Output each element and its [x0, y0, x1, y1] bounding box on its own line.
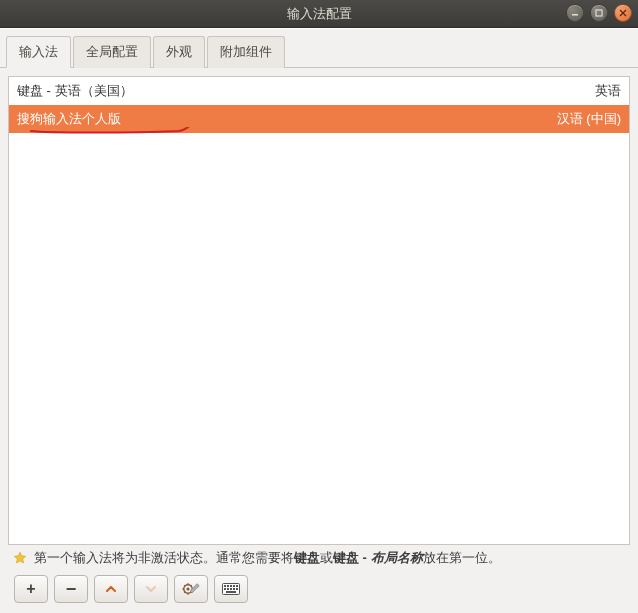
svg-rect-14	[227, 585, 229, 587]
keyboard-icon	[222, 583, 240, 595]
hint-pre: 第一个输入法将为非激活状态。通常您需要将	[34, 550, 294, 565]
hint-bolditalic: 布局名称	[371, 550, 423, 565]
tab-label: 外观	[166, 44, 192, 59]
close-button[interactable]	[614, 4, 632, 22]
add-button[interactable]: +	[14, 575, 48, 603]
svg-rect-19	[227, 588, 229, 590]
titlebar: 输入法配置	[0, 0, 638, 28]
im-name: 键盘 - 英语（美国）	[17, 82, 595, 100]
tab-global-config[interactable]: 全局配置	[73, 36, 151, 68]
svg-rect-15	[230, 585, 232, 587]
hint-mid: 或	[320, 550, 333, 565]
move-up-button[interactable]	[94, 575, 128, 603]
svg-rect-23	[226, 591, 236, 593]
svg-line-10	[184, 592, 185, 593]
keyboard-layout-button[interactable]	[214, 575, 248, 603]
hint-text: 第一个输入法将为非激活状态。通常您需要将键盘或键盘 - 布局名称放在第一位。	[34, 549, 501, 567]
tab-input-method[interactable]: 输入法	[6, 36, 71, 68]
window-controls	[566, 4, 632, 22]
svg-line-11	[191, 585, 192, 586]
plus-icon: +	[26, 580, 35, 598]
hint-bold2: 键盘 -	[333, 550, 371, 565]
configure-button[interactable]	[174, 575, 208, 603]
gear-wrench-icon	[182, 581, 200, 597]
hint-bar: 第一个输入法将为非激活状态。通常您需要将键盘或键盘 - 布局名称放在第一位。	[8, 545, 630, 569]
svg-rect-22	[236, 588, 238, 590]
list-item[interactable]: 搜狗输入法个人版 汉语 (中国)	[9, 105, 629, 133]
window-body: 输入法 全局配置 外观 附加组件 键盘 - 英语（美国） 英语 搜狗输入法个人版…	[0, 28, 638, 613]
input-method-list[interactable]: 键盘 - 英语（美国） 英语 搜狗输入法个人版 汉语 (中国)	[8, 76, 630, 545]
tab-label: 附加组件	[220, 44, 272, 59]
svg-rect-18	[224, 588, 226, 590]
tab-content: 键盘 - 英语（美国） 英语 搜狗输入法个人版 汉语 (中国) 第一个输入法将为…	[0, 68, 638, 613]
tab-label: 全局配置	[86, 44, 138, 59]
svg-rect-21	[233, 588, 235, 590]
minus-icon: −	[66, 579, 77, 600]
tab-addons[interactable]: 附加组件	[207, 36, 285, 68]
star-icon	[12, 550, 28, 566]
tab-bar: 输入法 全局配置 外观 附加组件	[0, 29, 638, 68]
svg-line-8	[184, 585, 185, 586]
window-title: 输入法配置	[287, 5, 352, 23]
svg-rect-16	[233, 585, 235, 587]
svg-point-3	[186, 587, 189, 590]
minimize-button[interactable]	[566, 4, 584, 22]
list-item[interactable]: 键盘 - 英语（美国） 英语	[9, 77, 629, 105]
tab-label: 输入法	[19, 44, 58, 59]
svg-rect-13	[224, 585, 226, 587]
move-down-button[interactable]	[134, 575, 168, 603]
hint-post: 放在第一位。	[423, 550, 501, 565]
chevron-down-icon	[145, 583, 157, 595]
im-name: 搜狗输入法个人版	[17, 110, 557, 128]
chevron-up-icon	[105, 583, 117, 595]
svg-rect-0	[572, 14, 578, 16]
hint-bold1: 键盘	[294, 550, 320, 565]
im-lang: 汉语 (中国)	[557, 110, 621, 128]
svg-rect-1	[596, 10, 602, 16]
remove-button[interactable]: −	[54, 575, 88, 603]
maximize-button[interactable]	[590, 4, 608, 22]
svg-rect-17	[236, 585, 238, 587]
svg-rect-20	[230, 588, 232, 590]
im-lang: 英语	[595, 82, 621, 100]
toolbar: + −	[8, 569, 630, 609]
tab-appearance[interactable]: 外观	[153, 36, 205, 68]
